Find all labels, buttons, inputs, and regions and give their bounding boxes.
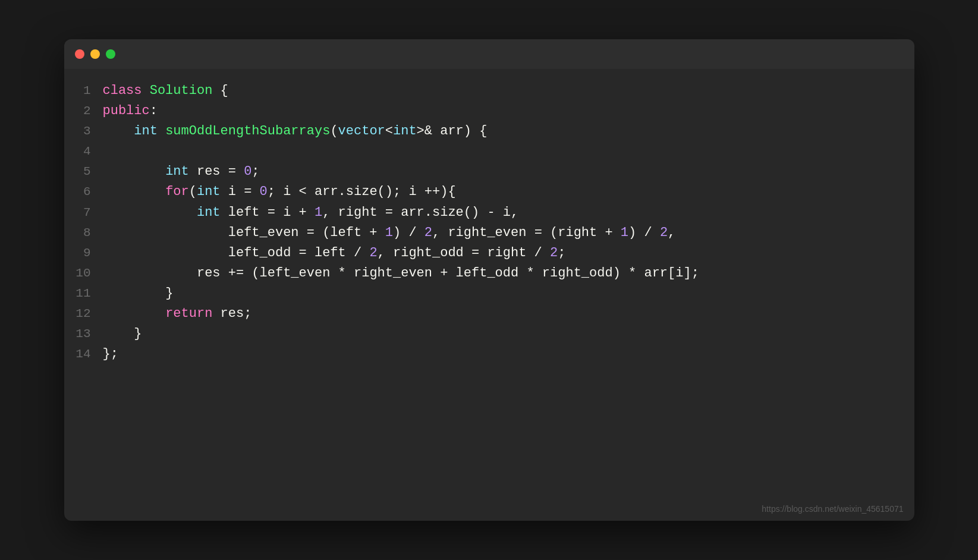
code-line-14: 14 };: [64, 344, 914, 364]
code-text-14: };: [103, 344, 118, 364]
line-number-1: 1: [70, 81, 103, 101]
code-line-1: 1 class Solution {: [64, 81, 914, 101]
code-line-13: 13 }: [64, 324, 914, 344]
maximize-button[interactable]: [106, 49, 115, 59]
code-line-10: 10 res += (left_even * right_even + left…: [64, 263, 914, 284]
code-text-10: res += (left_even * right_even + left_od…: [103, 263, 699, 284]
line-number-13: 13: [70, 325, 103, 344]
code-text-11: }: [103, 284, 174, 304]
code-line-4: 4: [64, 141, 914, 162]
titlebar: [64, 39, 914, 69]
code-line-7: 7 int left = i + 1, right = arr.size() -…: [64, 203, 914, 223]
line-number-6: 6: [70, 183, 103, 202]
code-text-1: class Solution {: [103, 81, 228, 101]
code-editor: 1 class Solution { 2 public: 3 int sumOd…: [64, 69, 914, 376]
line-number-9: 9: [70, 244, 103, 263]
code-line-12: 12 return res;: [64, 304, 914, 324]
code-line-9: 9 left_odd = left / 2, right_odd = right…: [64, 243, 914, 263]
close-button[interactable]: [75, 49, 84, 59]
code-text-13: }: [103, 324, 142, 344]
line-number-8: 8: [70, 224, 103, 243]
code-line-2: 2 public:: [64, 101, 914, 121]
line-number-11: 11: [70, 284, 103, 304]
code-text-8: left_even = (left + 1) / 2, right_even =…: [103, 223, 676, 243]
line-number-7: 7: [70, 203, 103, 223]
code-line-6: 6 for(int i = 0; i < arr.size(); i ++){: [64, 182, 914, 202]
code-text-6: for(int i = 0; i < arr.size(); i ++){: [103, 182, 456, 202]
code-line-3: 3 int sumOddLengthSubarrays(vector<int>&…: [64, 121, 914, 141]
line-number-14: 14: [70, 345, 103, 364]
line-number-12: 12: [70, 304, 103, 324]
minimize-button[interactable]: [90, 49, 100, 59]
code-line-8: 8 left_even = (left + 1) / 2, right_even…: [64, 223, 914, 243]
line-number-10: 10: [70, 264, 103, 284]
line-number-3: 3: [70, 122, 103, 141]
code-text-2: public:: [103, 101, 158, 121]
line-number-5: 5: [70, 162, 103, 182]
code-text-5: int res = 0;: [103, 162, 260, 182]
code-text-7: int left = i + 1, right = arr.size() - i…: [103, 203, 519, 223]
code-window: 1 class Solution { 2 public: 3 int sumOd…: [64, 39, 914, 521]
watermark: https://blog.csdn.net/weixin_45615071: [762, 504, 903, 514]
code-line-5: 5 int res = 0;: [64, 162, 914, 182]
line-number-4: 4: [70, 142, 103, 162]
code-line-11: 11 }: [64, 284, 914, 304]
code-text-9: left_odd = left / 2, right_odd = right /…: [103, 243, 566, 263]
code-text-4: [103, 141, 111, 162]
code-text-12: return res;: [103, 304, 252, 324]
line-number-2: 2: [70, 102, 103, 121]
code-text-3: int sumOddLengthSubarrays(vector<int>& a…: [103, 121, 488, 141]
